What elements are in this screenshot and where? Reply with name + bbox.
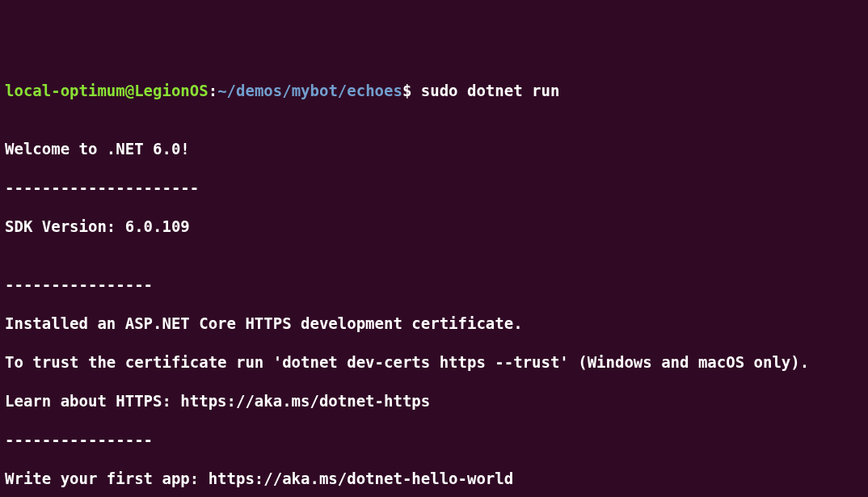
cwd: ~/demos/mybot/echoes [217, 82, 402, 99]
cert-line: Learn about HTTPS: https://aka.ms/dotnet… [5, 391, 863, 411]
user-host: local-optimum@LegionOS [5, 82, 209, 99]
cert-line: Installed an ASP.NET Core HTTPS developm… [5, 314, 863, 333]
cert-line: To trust the certificate run 'dotnet dev… [5, 352, 863, 372]
dash: --------------------- [5, 178, 863, 197]
welcome: Welcome to .NET 6.0! [5, 139, 863, 158]
prompt-dollar: $ [402, 82, 421, 99]
command: sudo dotnet run [421, 82, 560, 99]
link-line: Write your first app: https://aka.ms/dot… [5, 469, 863, 488]
dash: ---------------- [5, 430, 863, 449]
prompt-line[interactable]: local-optimum@LegionOS:~/demos/mybot/ech… [5, 81, 863, 100]
dash: ---------------- [5, 275, 863, 294]
sdk-version: SDK Version: 6.0.109 [5, 217, 863, 236]
colon: : [209, 82, 217, 99]
